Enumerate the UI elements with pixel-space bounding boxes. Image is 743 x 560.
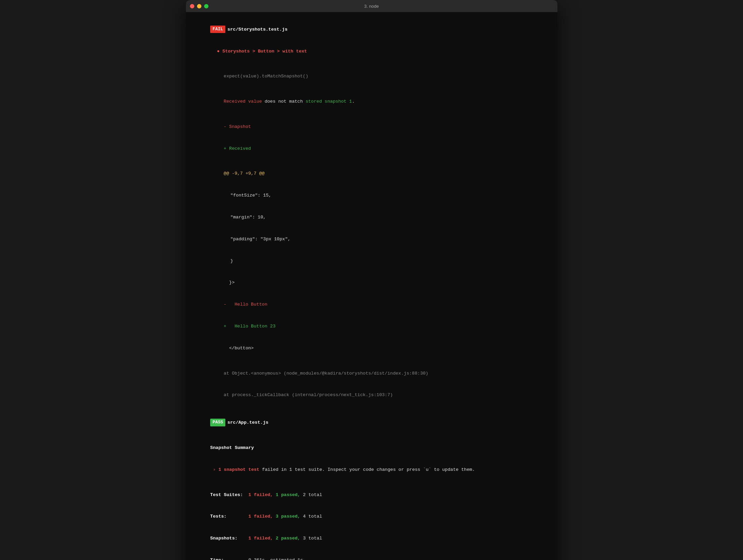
hunk-header: @@ -9,7 +9,7 @@ bbox=[207, 163, 549, 185]
fail-line: FAILsrc/Storyshots.test.js bbox=[194, 18, 549, 40]
fail-badge: FAIL bbox=[210, 26, 225, 33]
titlebar: 3. node bbox=[186, 0, 557, 12]
close-button[interactable] bbox=[190, 4, 194, 8]
terminal-window: 3. node FAILsrc/Storyshots.test.js ● Sto… bbox=[186, 0, 557, 560]
test-name-line: ● Storyshots > Button > with text bbox=[201, 40, 549, 62]
snapshot-legend-plus: + Received bbox=[207, 138, 549, 160]
tests-line: Tests: 1 failed, 3 passed, 4 total bbox=[194, 506, 549, 528]
terminal-body: FAILsrc/Storyshots.test.js ● Storyshots … bbox=[186, 12, 557, 560]
code-line-4: } bbox=[214, 250, 549, 272]
snapshot-legend-minus: - Snapshot bbox=[207, 116, 549, 138]
code-line-3: "padding": "3px 10px", bbox=[214, 228, 549, 250]
pass-line: PASSsrc/App.test.js bbox=[194, 411, 549, 433]
fail-filename: src/Storyshots.test.js bbox=[227, 27, 287, 32]
pass-filename: src/App.test.js bbox=[227, 420, 268, 425]
minus-content-line: - Hello Button bbox=[207, 294, 549, 316]
code-line-1: "fontSize": 15, bbox=[214, 185, 549, 207]
snapshot-summary-detail: › 1 snapshot test failed in 1 test suite… bbox=[194, 459, 549, 481]
expect-line: expect(value).toMatchSnapshot() bbox=[207, 66, 549, 88]
stack-line-2: at process._tickCallback (internal/proce… bbox=[207, 384, 549, 406]
suites-line: Test Suites: 1 failed, 1 passed, 2 total bbox=[194, 484, 549, 506]
received-value-line: Received value does not match stored sna… bbox=[207, 91, 549, 113]
traffic-lights bbox=[190, 4, 208, 8]
close-tag-line: </button> bbox=[207, 337, 549, 359]
maximize-button[interactable] bbox=[204, 4, 208, 8]
window-title: 3. node bbox=[364, 4, 379, 9]
expect-code: expect(value).toMatchSnapshot() bbox=[224, 74, 308, 79]
minimize-button[interactable] bbox=[197, 4, 201, 8]
snapshot-summary-header: Snapshot Summary bbox=[194, 437, 549, 459]
time-line: Time: 0.361s, estimated 1s bbox=[194, 549, 549, 560]
snapshots-line: Snapshots: 1 failed, 2 passed, 3 total bbox=[194, 528, 549, 550]
plus-content-line: + Hello Button 23 bbox=[207, 315, 549, 337]
test-name: Storyshots > Button > with text bbox=[222, 49, 307, 54]
code-line-2: "margin": 10, bbox=[214, 206, 549, 228]
stack-line-1: at Object.<anonymous> (node_modules/@kad… bbox=[207, 362, 549, 384]
pass-badge: PASS bbox=[210, 419, 225, 426]
code-line-5: }> bbox=[207, 272, 549, 294]
